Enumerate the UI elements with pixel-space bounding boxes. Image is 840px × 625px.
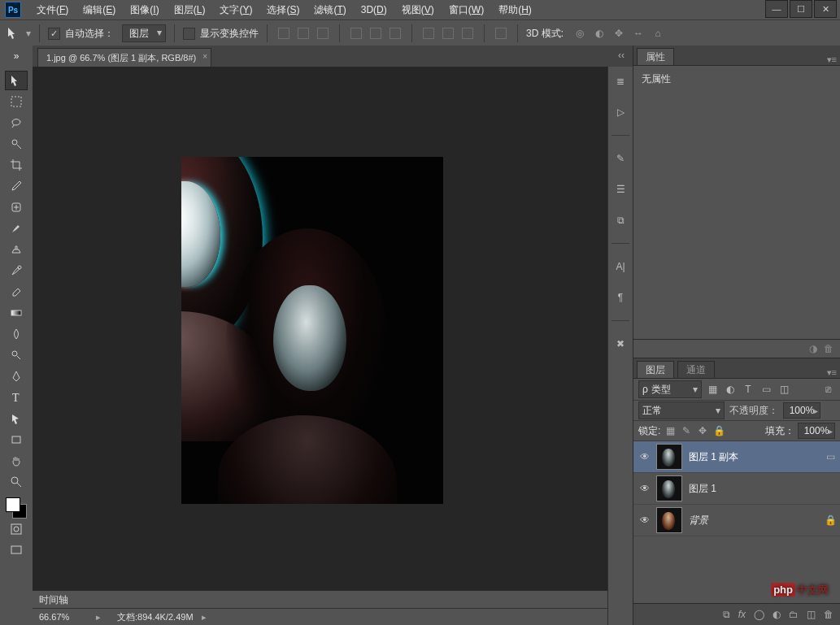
align-bottom-icon[interactable] — [315, 25, 331, 41]
menu-type[interactable]: 文字(Y) — [212, 0, 259, 20]
menu-window[interactable]: 窗口(W) — [442, 0, 491, 20]
crop-tool[interactable] — [5, 155, 28, 175]
right-panels-collapse-handle[interactable]: ‹‹ — [609, 46, 633, 65]
foreground-color-swatch[interactable] — [6, 497, 20, 512]
opacity-input[interactable]: 100% — [783, 402, 820, 419]
menu-3d[interactable]: 3D(D) — [354, 1, 394, 19]
link-layers-icon[interactable]: ⧉ — [723, 609, 730, 620]
history-brush-tool[interactable] — [5, 261, 28, 280]
screen-mode-toggle[interactable] — [5, 540, 28, 560]
visibility-eye-icon[interactable]: 👁 — [633, 483, 656, 494]
path-select-tool[interactable] — [5, 409, 28, 428]
type-tool[interactable]: T — [5, 388, 28, 407]
window-minimize-button[interactable]: — — [765, 0, 788, 18]
align-right-icon[interactable] — [387, 25, 403, 41]
pen-tool[interactable] — [5, 367, 28, 386]
menu-file[interactable]: 文件(F) — [29, 0, 76, 20]
3d-roll-icon[interactable]: ◐ — [591, 25, 607, 41]
blend-mode-select[interactable]: 正常 — [638, 401, 725, 419]
align-hcenter-icon[interactable] — [368, 25, 384, 41]
filter-type-icon[interactable]: T — [741, 382, 755, 397]
new-group-icon[interactable]: 🗀 — [789, 609, 799, 620]
auto-select-checkbox[interactable]: ✓ — [48, 28, 60, 40]
delete-layer-icon[interactable]: 🗑 — [824, 609, 833, 620]
brush-tool[interactable] — [5, 219, 28, 238]
rectangle-tool[interactable] — [5, 430, 28, 449]
lock-transparency-icon[interactable]: ▦ — [664, 424, 677, 437]
layer-link-icon[interactable]: ▭ — [820, 451, 840, 462]
move-tool[interactable] — [5, 71, 28, 90]
zoom-tool[interactable] — [5, 472, 28, 492]
layer-name-label[interactable]: 图层 1 副本 — [689, 450, 820, 464]
lock-all-icon[interactable]: 🔒 — [712, 424, 725, 437]
trash-icon[interactable]: 🗑 — [824, 343, 833, 354]
filter-pixel-icon[interactable]: ▦ — [705, 382, 720, 397]
distribute-3-icon[interactable] — [459, 25, 476, 41]
tool-presets-panel-icon[interactable]: ✖ — [612, 336, 629, 352]
menu-view[interactable]: 视图(V) — [394, 0, 442, 20]
menu-layer[interactable]: 图层(L) — [167, 0, 213, 20]
channels-tab[interactable]: 通道 — [677, 361, 715, 378]
actions-panel-icon[interactable]: ▷ — [612, 104, 629, 120]
menu-image[interactable]: 图像(I) — [123, 0, 166, 20]
window-close-button[interactable]: ✕ — [814, 0, 837, 18]
lasso-tool[interactable] — [5, 113, 28, 132]
document-tab[interactable]: 1.jpg @ 66.7% (图层 1 副本, RGB/8#) × — [37, 48, 211, 67]
filter-smart-icon[interactable]: ◫ — [777, 382, 791, 397]
layer-fx-icon[interactable]: fx — [738, 609, 746, 620]
new-adjustment-icon[interactable]: ◐ — [773, 609, 781, 620]
align-left-icon[interactable] — [348, 25, 364, 41]
active-tool-icon[interactable]: ▾ — [7, 26, 31, 41]
visibility-eye-icon[interactable]: 👁 — [633, 514, 656, 526]
auto-select-mode-select[interactable]: 图层 — [122, 24, 166, 42]
visibility-eye-icon[interactable]: 👁 — [633, 451, 656, 462]
menu-select[interactable]: 选择(S) — [259, 0, 307, 20]
layers-tab[interactable]: 图层 — [637, 361, 674, 378]
show-transform-checkbox[interactable] — [183, 28, 195, 40]
document-info[interactable]: 文档:894.4K/2.49M — [101, 611, 194, 623]
lock-pixels-icon[interactable]: ✎ — [680, 424, 693, 437]
menu-help[interactable]: 帮助(H) — [491, 0, 539, 20]
layer-name-label[interactable]: 图层 1 — [689, 482, 820, 496]
align-top-icon[interactable] — [276, 25, 292, 41]
layer-filter-kind-select[interactable]: ρ 类型 — [638, 380, 702, 398]
properties-panel-menu-icon[interactable]: ▾≡ — [827, 54, 837, 65]
3d-orbit-icon[interactable]: ◎ — [572, 25, 588, 41]
clone-source-panel-icon[interactable]: ⧉ — [612, 212, 629, 228]
history-panel-icon[interactable]: ≣ — [612, 73, 629, 89]
hand-tool[interactable] — [5, 451, 28, 471]
brush-presets-panel-icon[interactable]: ☰ — [612, 181, 629, 197]
healing-brush-tool[interactable] — [5, 197, 28, 217]
layer-item[interactable]: 👁 图层 1 — [633, 473, 840, 505]
quick-mask-toggle[interactable] — [5, 519, 28, 539]
clip-mask-icon[interactable]: ◑ — [809, 343, 817, 354]
layer-thumbnail[interactable] — [656, 507, 682, 533]
clone-stamp-tool[interactable] — [5, 240, 28, 259]
filter-toggle-icon[interactable]: ⎚ — [820, 382, 835, 397]
blur-tool[interactable] — [5, 324, 28, 344]
filter-adjust-icon[interactable]: ◐ — [723, 382, 738, 397]
layer-item[interactable]: 👁 图层 1 副本 ▭ — [633, 441, 840, 473]
close-icon[interactable]: × — [202, 52, 207, 61]
document-canvas[interactable] — [181, 157, 443, 504]
canvas-area[interactable] — [33, 67, 633, 609]
fill-input[interactable]: 100% — [798, 423, 835, 439]
align-vcenter-icon[interactable] — [295, 25, 311, 41]
menu-edit[interactable]: 编辑(E) — [76, 0, 123, 20]
auto-align-icon[interactable] — [493, 25, 509, 41]
properties-tab[interactable]: 属性 — [637, 48, 674, 65]
paragraph-panel-icon[interactable]: ¶ — [612, 289, 629, 306]
timeline-panel-tab[interactable]: 时间轴 — [33, 590, 633, 609]
window-maximize-button[interactable]: ☐ — [790, 0, 812, 18]
distribute-1-icon[interactable] — [420, 25, 437, 41]
filter-shape-icon[interactable]: ▭ — [759, 382, 773, 397]
layer-item[interactable]: 👁 背景 🔒 — [633, 505, 840, 536]
toolbox-collapse-handle[interactable]: » — [0, 46, 33, 67]
dodge-tool[interactable] — [5, 345, 28, 365]
marquee-tool[interactable] — [5, 92, 28, 111]
3d-slide-icon[interactable]: ↔ — [630, 25, 646, 41]
add-mask-icon[interactable]: ◯ — [754, 609, 764, 620]
eraser-tool[interactable] — [5, 282, 28, 302]
eyedropper-tool[interactable] — [5, 176, 28, 196]
color-swatch[interactable] — [6, 497, 27, 519]
